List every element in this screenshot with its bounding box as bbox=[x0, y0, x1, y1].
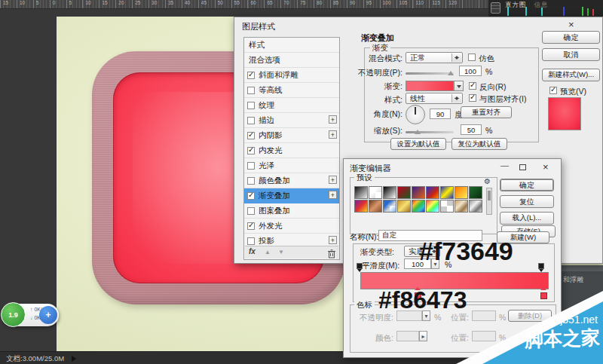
ruler-number: 40 bbox=[185, 0, 190, 5]
fx-icon[interactable]: fx bbox=[249, 247, 256, 255]
reset-button[interactable]: 复位 bbox=[500, 195, 554, 208]
smooth-label: 平滑度(M): bbox=[362, 261, 399, 271]
style-item-checkbox[interactable] bbox=[247, 117, 255, 124]
status-flyout-arrow-icon[interactable] bbox=[72, 356, 79, 362]
ok-button[interactable]: 确定 bbox=[542, 31, 600, 44]
gradient-preset-swatch[interactable] bbox=[426, 200, 439, 213]
gradient-preset-swatch[interactable] bbox=[369, 186, 382, 199]
style-item-checkbox[interactable] bbox=[247, 222, 255, 230]
angle-dial[interactable] bbox=[406, 105, 425, 124]
add-effect-icon[interactable]: + bbox=[329, 130, 337, 139]
scrollbar-thumb[interactable] bbox=[488, 191, 491, 200]
gradient-preset-swatch[interactable] bbox=[369, 200, 382, 213]
ruler-number: 5 bbox=[36, 0, 39, 5]
style-list-item-渐变叠加[interactable]: 渐变叠加+ bbox=[244, 188, 339, 203]
opacity-slider-thumb[interactable] bbox=[448, 68, 454, 75]
close-icon[interactable]: × bbox=[543, 161, 549, 173]
style-list-item-纹理[interactable]: 纹理 bbox=[244, 98, 339, 113]
ok-button[interactable]: 确定 bbox=[500, 179, 554, 191]
style-item-checkbox[interactable] bbox=[247, 177, 255, 185]
style-list-item-斜面和浮雕[interactable]: 斜面和浮雕 bbox=[244, 68, 339, 83]
style-select[interactable]: 线性 bbox=[406, 93, 463, 104]
reset-default-button[interactable]: 复位为默认值 bbox=[451, 138, 507, 150]
opacity-field[interactable]: 100 bbox=[459, 66, 482, 76]
layers-panel-row bbox=[562, 265, 603, 271]
select-spinner-icon[interactable] bbox=[451, 94, 461, 102]
style-item-checkbox[interactable] bbox=[247, 162, 255, 170]
new-style-button[interactable]: 新建样式(W)... bbox=[542, 69, 600, 81]
histogram-spike bbox=[592, 9, 594, 16]
gradient-preset-swatch[interactable] bbox=[412, 200, 425, 213]
preset-scrollbar[interactable] bbox=[486, 188, 492, 215]
style-list-item-内阴影[interactable]: 内阴影+ bbox=[244, 128, 339, 143]
align-checkbox[interactable] bbox=[469, 94, 476, 102]
maximize-icon[interactable] bbox=[519, 164, 526, 170]
style-list-item-光泽[interactable]: 光泽 bbox=[244, 158, 339, 173]
gradient-preset-swatch[interactable] bbox=[354, 186, 368, 199]
reverse-checkbox[interactable] bbox=[469, 82, 476, 90]
style-item-checkbox[interactable] bbox=[247, 237, 255, 245]
gradient-preset-swatch[interactable] bbox=[426, 186, 439, 199]
style-item-checkbox[interactable] bbox=[247, 87, 255, 94]
close-icon[interactable]: × bbox=[568, 19, 574, 30]
blend-mode-select[interactable]: 正常 bbox=[406, 52, 463, 63]
scale-slider-thumb[interactable] bbox=[415, 127, 421, 134]
gradient-preset-swatch[interactable] bbox=[397, 186, 411, 199]
style-item-label: 颜色叠加 bbox=[259, 176, 290, 186]
add-effect-icon[interactable]: + bbox=[329, 191, 337, 199]
opacity-slider[interactable] bbox=[406, 72, 454, 75]
style-item-checkbox[interactable] bbox=[247, 72, 255, 79]
style-list-item-外发光[interactable]: 外发光 bbox=[244, 219, 339, 234]
style-item-checkbox[interactable] bbox=[247, 147, 255, 154]
gear-icon[interactable]: ⚙ bbox=[484, 177, 491, 185]
preview-checkbox[interactable] bbox=[549, 87, 557, 94]
scale-field[interactable]: 50 bbox=[461, 124, 482, 135]
gradient-preset-swatch[interactable] bbox=[440, 186, 454, 199]
gradient-preset-swatch[interactable] bbox=[412, 186, 425, 199]
select-spinner-icon[interactable] bbox=[451, 54, 461, 62]
style-list-item-图案叠加[interactable]: 图案叠加 bbox=[244, 203, 339, 219]
gradient-swatch[interactable] bbox=[406, 81, 454, 91]
style-item-checkbox[interactable] bbox=[247, 132, 255, 139]
style-item-checkbox[interactable] bbox=[247, 192, 255, 200]
reset-align-button[interactable]: 重置对齐 bbox=[461, 106, 512, 118]
opacity-stop-right[interactable] bbox=[538, 263, 544, 269]
opacity-stop-left[interactable] bbox=[357, 263, 363, 269]
gradient-preset-swatch[interactable] bbox=[455, 200, 468, 213]
style-item-checkbox[interactable] bbox=[247, 207, 255, 215]
set-default-button[interactable]: 设置为默认值 bbox=[390, 138, 446, 150]
style-item-checkbox[interactable] bbox=[247, 102, 255, 109]
scale-percent: % bbox=[485, 126, 492, 135]
style-list-item-颜色叠加[interactable]: 颜色叠加+ bbox=[244, 173, 339, 188]
add-effect-icon[interactable]: + bbox=[329, 115, 337, 124]
style-list-item-混合选项[interactable]: 混合选项 bbox=[244, 53, 339, 68]
add-effect-icon[interactable]: + bbox=[329, 176, 337, 184]
dither-checkbox[interactable] bbox=[468, 54, 476, 61]
gradient-preset-swatch[interactable] bbox=[397, 200, 411, 213]
scale-slider[interactable] bbox=[406, 131, 454, 133]
gradient-preset-swatch[interactable] bbox=[469, 200, 482, 213]
gradient-preset-swatch[interactable] bbox=[383, 186, 396, 199]
panel-collapse-icon[interactable] bbox=[491, 2, 500, 14]
ruler-number: 100 bbox=[383, 0, 391, 5]
net-speed-widget[interactable]: 1.9 ↑ 0K/s ↓ 0K/s + bbox=[2, 304, 59, 326]
angle-field[interactable]: 90 bbox=[430, 109, 451, 119]
gradient-preset-swatch[interactable] bbox=[455, 186, 468, 199]
style-list-item-等高线[interactable]: 等高线 bbox=[244, 83, 339, 98]
gradient-swatch-arrow-icon[interactable] bbox=[454, 81, 464, 91]
gradient-preset-swatch[interactable] bbox=[440, 200, 454, 213]
style-list-item-样式[interactable]: 样式 bbox=[244, 38, 339, 53]
gradient-preset-swatch[interactable] bbox=[354, 200, 368, 213]
style-list-item-描边[interactable]: 描边+ bbox=[244, 113, 339, 128]
gradient-preset-swatch[interactable] bbox=[469, 186, 482, 199]
load-button[interactable]: 载入(L)... bbox=[500, 212, 554, 225]
move-up-icon[interactable]: ▲ bbox=[265, 249, 271, 255]
add-effect-icon[interactable]: + bbox=[329, 236, 337, 244]
move-down-icon[interactable]: ▼ bbox=[278, 249, 284, 255]
minimize-icon[interactable]: — bbox=[500, 161, 509, 170]
trash-icon[interactable] bbox=[328, 248, 335, 260]
style-list-item-内发光[interactable]: 内发光 bbox=[244, 143, 339, 158]
ruler-number: 45 bbox=[201, 0, 207, 5]
gradient-preset-swatch[interactable] bbox=[383, 200, 396, 213]
cancel-button[interactable]: 取消 bbox=[542, 48, 600, 61]
